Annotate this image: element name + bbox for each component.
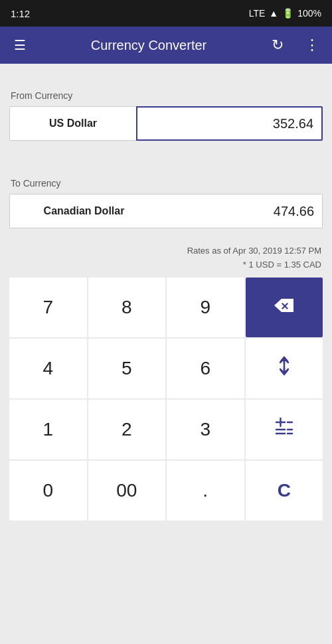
signal-icon: ▲ — [269, 8, 278, 19]
key-1[interactable]: 1 — [9, 400, 87, 459]
from-currency-input[interactable] — [136, 106, 323, 141]
to-currency-label: To Currency — [9, 178, 323, 189]
to-currency-row: Canadian Dollar 474.66 — [9, 194, 323, 228]
status-right: LTE ▲ 🔋 100% — [249, 8, 321, 19]
key-7[interactable]: 7 — [9, 278, 87, 337]
backspace-button[interactable] — [246, 278, 323, 337]
key-4[interactable]: 4 — [9, 339, 87, 398]
main-content: From Currency US Dollar To Currency Cana… — [0, 64, 332, 644]
key-9[interactable]: 9 — [167, 278, 244, 337]
clear-icon: C — [278, 480, 291, 501]
swap-icon — [275, 356, 293, 380]
more-button[interactable]: ⋮ — [300, 33, 324, 57]
more-icon: ⋮ — [305, 37, 319, 54]
keypad: 7 8 9 4 5 6 1 — [9, 278, 323, 521]
app-title: Currency Converter — [42, 38, 255, 53]
swap-button[interactable] — [246, 339, 323, 398]
menu-button[interactable]: ☰ — [8, 33, 32, 57]
backspace-icon — [274, 298, 295, 317]
key-2[interactable]: 2 — [88, 400, 166, 459]
refresh-icon: ↻ — [272, 37, 284, 54]
to-currency-selector[interactable]: Canadian Dollar — [9, 194, 158, 228]
operations-icon — [274, 417, 294, 442]
from-currency-row: US Dollar — [9, 106, 323, 141]
menu-icon: ☰ — [14, 37, 26, 53]
key-0[interactable]: 0 — [9, 461, 87, 521]
rate-line1: Rates as of Apr 30, 2019 12:57 PM — [11, 244, 321, 258]
key-5[interactable]: 5 — [88, 339, 166, 398]
toolbar: ☰ Currency Converter ↻ ⋮ — [0, 27, 332, 64]
refresh-button[interactable]: ↻ — [266, 33, 290, 57]
status-bar: 1:12 LTE ▲ 🔋 100% — [0, 0, 332, 27]
to-currency-amount: 474.66 — [158, 194, 323, 228]
key-dot[interactable]: . — [167, 461, 244, 521]
from-currency-label: From Currency — [9, 90, 323, 101]
status-time: 1:12 — [11, 8, 30, 19]
key-00[interactable]: 00 — [88, 461, 166, 521]
key-3[interactable]: 3 — [167, 400, 244, 459]
battery-label: 100% — [297, 8, 321, 19]
key-6[interactable]: 6 — [167, 339, 244, 398]
rate-line2: * 1 USD = 1.35 CAD — [11, 258, 321, 272]
operations-button[interactable] — [246, 400, 323, 459]
clear-button[interactable]: C — [246, 461, 323, 521]
key-8[interactable]: 8 — [88, 278, 166, 337]
rate-info: Rates as of Apr 30, 2019 12:57 PM * 1 US… — [9, 244, 323, 272]
from-currency-selector[interactable]: US Dollar — [9, 106, 136, 141]
battery-icon: 🔋 — [282, 8, 293, 19]
network-label: LTE — [249, 8, 266, 19]
